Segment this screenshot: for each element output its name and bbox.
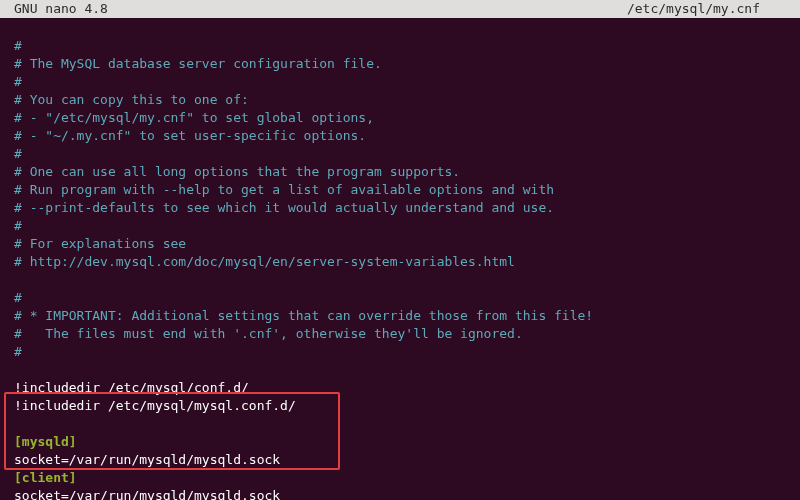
includedir-line: !includedir /etc/mysql/conf.d/: [14, 380, 249, 395]
comment-line: # You can copy this to one of:: [14, 92, 249, 107]
editor-content[interactable]: # # The MySQL database server configurat…: [0, 18, 800, 500]
editor-titlebar: GNU nano 4.8 /etc/mysql/my.cnf: [0, 0, 800, 18]
section-mysqld: [mysqld]: [14, 434, 77, 449]
comment-line: # --print-defaults to see which it would…: [14, 200, 554, 215]
config-line: socket=/var/run/mysqld/mysqld.sock: [14, 452, 280, 467]
file-path: /etc/mysql/my.cnf: [627, 0, 800, 18]
comment-line: # http://dev.mysql.com/doc/mysql/en/serv…: [14, 254, 515, 269]
app-name: GNU nano 4.8: [0, 0, 108, 18]
config-line: socket=/var/run/mysqld/mysqld.sock: [14, 488, 280, 500]
comment-line: # The MySQL database server configuratio…: [14, 56, 382, 71]
comment-line: # For explanations see: [14, 236, 186, 251]
includedir-line: !includedir /etc/mysql/mysql.conf.d/: [14, 398, 296, 413]
comment-line: #: [14, 218, 22, 233]
comment-line: #: [14, 344, 22, 359]
comment-line: # * IMPORTANT: Additional settings that …: [14, 308, 593, 323]
comment-line: # The files must end with '.cnf', otherw…: [14, 326, 523, 341]
comment-line: #: [14, 146, 22, 161]
comment-line: # - "/etc/mysql/my.cnf" to set global op…: [14, 110, 374, 125]
comment-line: #: [14, 38, 22, 53]
comment-line: # - "~/.my.cnf" to set user-specific opt…: [14, 128, 366, 143]
section-client: [client]: [14, 470, 77, 485]
comment-line: #: [14, 290, 22, 305]
comment-line: # One can use all long options that the …: [14, 164, 460, 179]
comment-line: # Run program with --help to get a list …: [14, 182, 554, 197]
comment-line: #: [14, 74, 22, 89]
